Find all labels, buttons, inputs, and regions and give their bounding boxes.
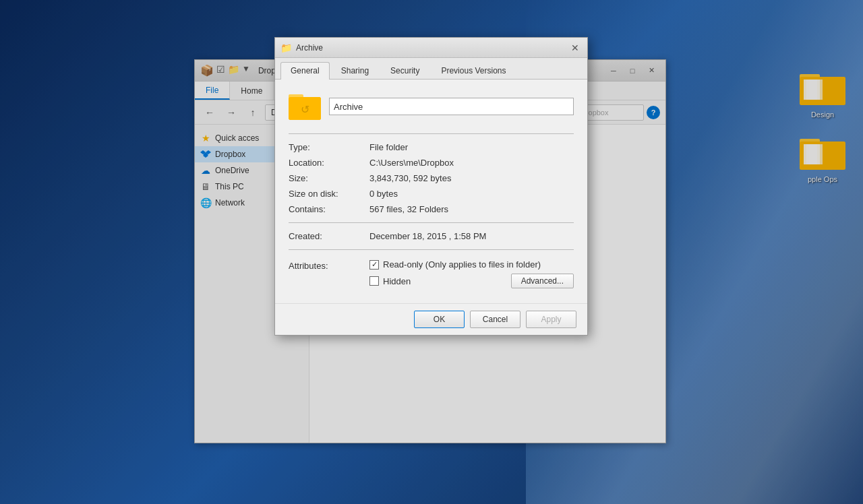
separator-3: [289, 249, 574, 250]
prop-type: Type: File folder: [289, 139, 574, 155]
cancel-button[interactable]: Cancel: [470, 311, 520, 328]
readonly-checkbox[interactable]: [369, 260, 379, 270]
apply-button[interactable]: Apply: [526, 311, 576, 328]
dialog-title-text: Archive: [296, 43, 564, 53]
prop-size-disk-value: 0 bytes: [369, 189, 574, 199]
attrs-second-row: Hidden Advanced...: [369, 274, 574, 288]
tab-general[interactable]: General: [280, 62, 330, 80]
tab-security[interactable]: Security: [380, 62, 429, 79]
readonly-label: Read-only (Only applies to files in fold…: [383, 259, 541, 270]
prop-contains: Contains: 567 files, 32 Folders: [289, 201, 574, 217]
attributes-label: Attributes:: [289, 259, 369, 271]
prop-location: Location: C:\Users\me\Dropbox: [289, 155, 574, 170]
separator-2: [289, 222, 574, 223]
separator-1: [289, 133, 574, 134]
dialog-content: ↺ Type: File folder Location: C:\Users\m…: [275, 80, 587, 303]
dialog-titlebar: 📁 Archive ✕: [275, 38, 587, 58]
prop-size-label: Size:: [289, 173, 369, 183]
properties-dialog: 📁 Archive ✕ General Sharing Security Pre…: [274, 37, 588, 336]
prop-type-label: Type:: [289, 142, 369, 152]
dialog-title-folder-icon: 📁: [280, 42, 292, 53]
folder-icon-large: ↺: [289, 90, 321, 123]
folder-name-input[interactable]: [329, 98, 574, 115]
ok-button[interactable]: OK: [414, 311, 465, 328]
svg-text:↺: ↺: [301, 104, 309, 115]
hidden-label: Hidden: [383, 276, 411, 286]
prop-created-label: Created:: [289, 231, 369, 241]
folder-name-row: ↺: [289, 90, 574, 123]
dialog-tabs: General Sharing Security Previous Versio…: [275, 58, 587, 80]
properties-table: Type: File folder Location: C:\Users\me\…: [289, 139, 574, 217]
hidden-checkbox[interactable]: [369, 276, 379, 286]
attributes-row: Attributes: Read-only (Only applies to f…: [289, 255, 574, 292]
attributes-controls: Read-only (Only applies to files in fold…: [369, 259, 574, 288]
hidden-checkbox-row: Hidden: [369, 276, 411, 286]
advanced-button[interactable]: Advanced...: [511, 274, 574, 288]
dialog-close-button[interactable]: ✕: [568, 41, 582, 55]
prop-created-value: December 18, 2015 , 1:58 PM: [369, 231, 574, 241]
prop-contains-label: Contains:: [289, 204, 369, 214]
prop-size: Size: 3,843,730, 592 bytes: [289, 170, 574, 186]
prop-size-disk: Size on disk: 0 bytes: [289, 186, 574, 201]
prop-created: Created: December 18, 2015 , 1:58 PM: [289, 228, 574, 244]
readonly-checkbox-row: Read-only (Only applies to files in fold…: [369, 259, 574, 270]
prop-location-value: C:\Users\me\Dropbox: [369, 158, 574, 168]
prop-contains-value: 567 files, 32 Folders: [369, 204, 574, 214]
tab-sharing[interactable]: Sharing: [331, 62, 379, 79]
prop-size-disk-label: Size on disk:: [289, 189, 369, 199]
prop-type-value: File folder: [369, 142, 574, 152]
tab-previous-versions[interactable]: Previous Versions: [431, 62, 516, 79]
prop-size-value: 3,843,730, 592 bytes: [369, 173, 574, 183]
dialog-footer: OK Cancel Apply: [275, 303, 587, 335]
prop-location-label: Location:: [289, 158, 369, 168]
